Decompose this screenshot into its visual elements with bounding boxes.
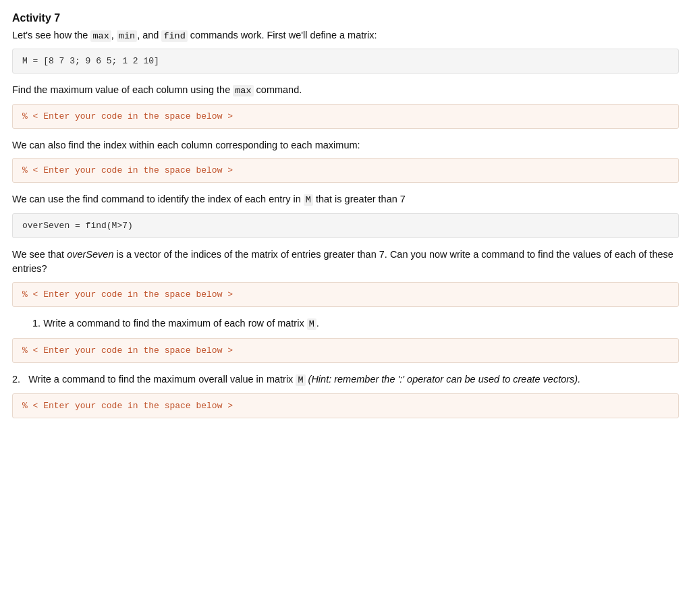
numbered1-text-before: Write a command to find the maximum of e… (43, 318, 304, 329)
section4-italic: overSeven (67, 249, 113, 260)
numbered2-text-italic: (Hint: remember the ':' operator can be … (308, 374, 581, 385)
inline-code-find: find (161, 30, 187, 42)
numbered2-text: 2. Write a command to find the maximum o… (12, 372, 679, 387)
section4-input-area[interactable]: % < Enter your code in the space below > (12, 282, 679, 307)
activity-title: Activity 7 (12, 12, 679, 24)
inline-code-max: max (90, 30, 111, 42)
section3-text-after: that is greater than 7 (316, 194, 406, 204)
section2-input-area[interactable]: % < Enter your code in the space below > (12, 158, 679, 183)
numbered1-text: 1. Write a command to find the maximum o… (32, 316, 679, 331)
numbered1-number: 1. (32, 318, 40, 329)
section1-text-before: Find the maximum value of each column us… (12, 84, 230, 95)
intro-text-after: commands work. First we'll define a matr… (190, 30, 377, 40)
section4-text-part1: We see that (12, 249, 64, 260)
numbered2-number: 2. (12, 374, 20, 385)
section4-text: We see that overSeven is a vector of the… (12, 248, 679, 277)
section3-text-before: We can use the find command to identify … (12, 194, 301, 204)
section1-input-area[interactable]: % < Enter your code in the space below > (12, 104, 679, 129)
numbered2-code-m: M (296, 374, 305, 386)
inline-code-min: min (117, 30, 137, 42)
section1-code-max: max (233, 85, 253, 96)
matrix-code-block: M = [8 7 3; 9 6 5; 1 2 10] (12, 49, 679, 74)
intro-text-before: Let's see how the (12, 30, 88, 40)
section2-text: We can also find the index within each c… (12, 138, 679, 153)
section3-text: We can use the find command to identify … (12, 192, 679, 207)
section3-code-block: overSeven = find(M>7) (12, 213, 679, 238)
numbered1-text-after: . (316, 318, 319, 329)
numbered1-input-area[interactable]: % < Enter your code in the space below > (12, 338, 679, 363)
numbered2-text-before: Write a command to find the maximum over… (28, 374, 293, 385)
intro-paragraph: Let's see how the max, min, and find com… (12, 28, 679, 43)
numbered1-code-m: M (307, 318, 316, 330)
numbered2-input-area[interactable]: % < Enter your code in the space below > (12, 393, 679, 418)
section1-text-after: command. (256, 84, 302, 95)
section3-code-m: M (304, 194, 313, 206)
section1-text: Find the maximum value of each column us… (12, 83, 679, 98)
